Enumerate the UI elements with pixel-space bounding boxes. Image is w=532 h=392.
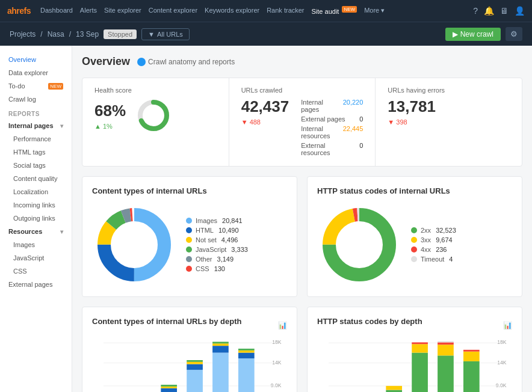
user-icon[interactable]: 👤 <box>515 6 525 16</box>
external-resources-count: 0 <box>359 142 363 156</box>
sidebar-item-resources[interactable]: Resources ▾ <box>0 225 72 238</box>
breadcrumb-sep1: / <box>40 30 42 38</box>
sidebar-item-content-quality[interactable]: Content quality <box>0 172 72 185</box>
sidebar-item-images[interactable]: Images <box>0 238 72 251</box>
svg-text:9.0K: 9.0K <box>271 382 282 388</box>
sidebar-item-html-tags[interactable]: HTML tags <box>0 145 72 159</box>
page-header: Overview Crawl anatomy and reports <box>82 55 522 68</box>
nav-rank-tracker[interactable]: Rank tracker <box>267 7 304 15</box>
nav-alerts[interactable]: Alerts <box>80 7 97 15</box>
other-dot <box>186 256 192 262</box>
chart-expand-icon[interactable]: 📊 <box>278 321 287 329</box>
content-types-pie-card: Content types of internal URLs <box>82 176 297 297</box>
http-status-depth-title: HTTP status codes by depth <box>317 317 422 326</box>
crawl-anatomy-link[interactable]: Crawl anatomy and reports <box>137 58 235 66</box>
svg-text:14K: 14K <box>272 360 282 366</box>
urls-row-external-resources: External resources 0 <box>301 141 363 158</box>
bell-icon[interactable]: 🔔 <box>484 6 494 16</box>
nav-content-explorer[interactable]: Content explorer <box>149 7 197 15</box>
legend-not-set: Not set 4,496 <box>186 235 248 245</box>
http-depth-svg: 18K 14K 9.0K 4.5K <box>317 333 512 392</box>
nav-site-audit[interactable]: Site audit NEW <box>312 7 357 15</box>
nav-keywords-explorer[interactable]: Keywords explorer <box>205 7 259 15</box>
sidebar-item-outgoing-links[interactable]: Outgoing links <box>0 212 72 225</box>
sidebar-item-localization[interactable]: Localization <box>0 185 72 198</box>
summary-row: Health score 68% ▲ 1% URLs c <box>82 78 522 167</box>
3xx-dot <box>411 237 417 243</box>
javascript-dot <box>186 247 192 253</box>
sidebar-item-crawl-log[interactable]: Crawl log <box>0 93 72 106</box>
help-icon[interactable]: ? <box>473 6 478 16</box>
content-types-pie-area: Images 20,841 HTML 10,490 Not set 4,496 <box>92 203 287 287</box>
settings-button[interactable]: ⚙ <box>506 27 522 41</box>
svg-rect-62 <box>386 390 402 392</box>
svg-rect-37 <box>238 358 255 392</box>
svg-rect-68 <box>438 345 454 355</box>
svg-rect-72 <box>463 352 480 361</box>
health-score-card: Health score 68% ▲ 1% <box>82 78 229 166</box>
svg-rect-36 <box>212 341 229 343</box>
nav-dashboard[interactable]: Dashboard <box>40 7 73 15</box>
monitor-icon[interactable]: 🖥 <box>500 6 509 16</box>
legend-html: HTML 10,490 <box>186 225 248 235</box>
logo: ahrefs <box>7 6 31 16</box>
sidebar-item-overview[interactable]: Overview <box>0 53 72 66</box>
content-types-legend: Images 20,841 HTML 10,490 Not set 4,496 <box>186 216 248 274</box>
urls-crawled-label: URLs crawled <box>241 87 363 94</box>
svg-rect-32 <box>187 360 203 362</box>
http-status-pie-card: HTTP status codes of internal URLs 2xx <box>307 176 522 297</box>
sidebar-item-external-pages[interactable]: External pages <box>0 278 72 291</box>
nav-site-explorer[interactable]: Site explorer <box>104 7 141 15</box>
svg-rect-29 <box>187 370 203 392</box>
sidebar-item-javascript[interactable]: JavaScript <box>0 251 72 265</box>
svg-point-8 <box>111 222 157 268</box>
legend-4xx: 4xx 236 <box>411 245 456 254</box>
breadcrumb-bar: Projects / Nasa / 13 Sep Stopped ▼ All U… <box>0 22 532 46</box>
internal-resources-label: Internal resources <box>301 125 330 139</box>
new-crawl-button[interactable]: ▶ New crawl <box>445 28 501 41</box>
sidebar-item-social-tags[interactable]: Social tags <box>0 159 72 172</box>
legend-timeout: Timeout 4 <box>411 254 456 264</box>
all-urls-button[interactable]: ▼ All URLs <box>141 28 190 40</box>
breadcrumb-nasa[interactable]: Nasa <box>48 30 64 38</box>
health-score-delta: ▲ 1% <box>94 123 126 130</box>
svg-rect-35 <box>212 343 229 346</box>
internal-pages-label: Internal pages <box>301 99 330 113</box>
crawl-icon <box>137 58 146 66</box>
svg-rect-64 <box>412 353 428 392</box>
internal-resources-count: 22,445 <box>343 125 363 139</box>
svg-rect-65 <box>412 344 428 352</box>
site-audit-new-badge: NEW <box>342 6 357 13</box>
svg-rect-40 <box>238 349 255 351</box>
play-icon: ▶ <box>453 30 458 38</box>
sidebar-item-css[interactable]: CSS <box>0 265 72 278</box>
content-types-depth-card: Content types of internal URLs by depth … <box>82 307 297 392</box>
breadcrumb-sep2: / <box>69 30 71 38</box>
nav-more[interactable]: More ▾ <box>364 7 385 15</box>
nav-links: Dashboard Alerts Site explorer Content e… <box>40 7 385 15</box>
content-depth-svg: 18K 14K 9.0K 4.5K <box>92 333 287 392</box>
main-layout: Overview Data explorer To-do NEW Crawl l… <box>0 46 532 392</box>
css-dot <box>186 266 192 272</box>
svg-point-13 <box>336 222 382 268</box>
sidebar-item-data-explorer[interactable]: Data explorer <box>0 66 72 79</box>
health-score-label: Health score <box>94 87 217 94</box>
health-card: 68% ▲ 1% <box>94 97 217 133</box>
sidebar-item-todo[interactable]: To-do NEW <box>0 79 72 93</box>
internal-pages-count: 20,220 <box>343 99 363 113</box>
stopped-badge[interactable]: Stopped <box>104 29 137 39</box>
legend-images: Images 20,841 <box>186 216 248 225</box>
breadcrumb-projects[interactable]: Projects <box>10 30 36 38</box>
sidebar-item-incoming-links[interactable]: Incoming links <box>0 198 72 212</box>
http-chart-expand-icon[interactable]: 📊 <box>503 321 512 329</box>
page-title: Overview <box>82 55 130 68</box>
svg-rect-33 <box>212 353 229 392</box>
timeout-dot <box>411 256 417 262</box>
svg-rect-71 <box>463 361 480 392</box>
sidebar-item-performance[interactable]: Performance <box>0 132 72 145</box>
sidebar-item-internal-pages[interactable]: Internal pages ▾ <box>0 119 72 132</box>
svg-rect-63 <box>386 386 402 390</box>
not-set-dot <box>186 237 192 243</box>
breadcrumb-date[interactable]: 13 Sep <box>76 30 99 38</box>
svg-rect-70 <box>438 341 454 343</box>
